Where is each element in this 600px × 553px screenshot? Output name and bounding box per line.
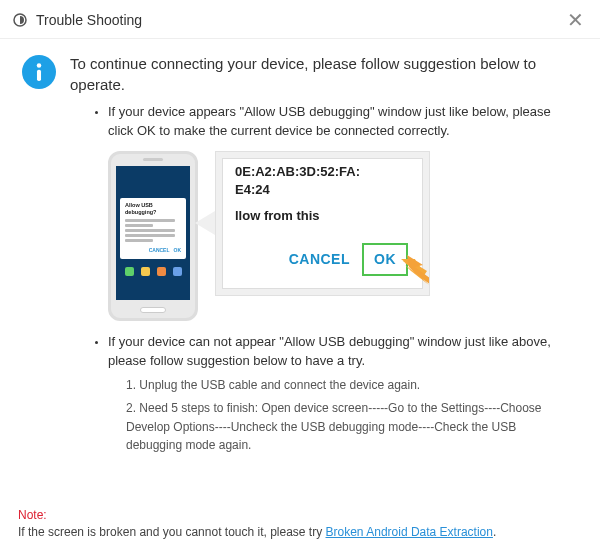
substeps: 1. Unplug the USB cable and connect the … bbox=[126, 376, 568, 454]
content: To continue connecting your device, plea… bbox=[0, 39, 600, 455]
zoom-actions: CANCEL OK bbox=[289, 243, 408, 275]
list-item: If your device appears "Allow USB debugg… bbox=[108, 103, 568, 321]
svg-point-1 bbox=[37, 63, 42, 68]
zoom-allow-from: llow from this bbox=[235, 207, 320, 226]
note-text-before: If the screen is broken and you cannot t… bbox=[18, 525, 326, 539]
instruction-1-text: If your device appears "Allow USB debugg… bbox=[108, 104, 551, 138]
instruction-list: If your device appears "Allow USB debugg… bbox=[108, 103, 568, 455]
substep-2: 2. Need 5 steps to finish: Open device s… bbox=[126, 399, 568, 455]
titlebar: Trouble Shooting ✕ bbox=[0, 0, 600, 39]
info-icon bbox=[22, 55, 56, 89]
close-icon[interactable]: ✕ bbox=[563, 8, 588, 32]
illustration: Allow USB debugging? CANCEL OK bbox=[108, 151, 568, 321]
note-label: Note: bbox=[18, 508, 47, 522]
callout-pointer bbox=[195, 211, 215, 235]
zoom-cancel-button: CANCEL bbox=[289, 249, 350, 269]
zoom-ok-button: OK bbox=[362, 243, 408, 275]
window-title: Trouble Shooting bbox=[36, 12, 563, 28]
instruction-2-text: If your device can not appear "Allow USB… bbox=[108, 334, 551, 368]
zoom-fingerprint: 0E:A2:AB:3D:52:FA: E4:24 bbox=[235, 163, 414, 199]
footer-note: Note: If the screen is broken and you ca… bbox=[18, 507, 582, 541]
app-icon bbox=[12, 12, 28, 28]
zoomed-dialog: 0E:A2:AB:3D:52:FA: E4:24 llow from this … bbox=[215, 151, 430, 296]
svg-rect-2 bbox=[37, 70, 41, 81]
intro-row: To continue connecting your device, plea… bbox=[22, 53, 578, 95]
intro-text: To continue connecting your device, plea… bbox=[70, 53, 578, 95]
list-item: If your device can not appear "Allow USB… bbox=[108, 333, 568, 455]
note-text-after: . bbox=[493, 525, 496, 539]
phone-dialog: Allow USB debugging? CANCEL OK bbox=[120, 198, 186, 260]
substep-1: 1. Unplug the USB cable and connect the … bbox=[126, 376, 568, 395]
phone-dialog-title: Allow USB debugging? bbox=[125, 202, 181, 216]
phone-cancel: CANCEL bbox=[149, 247, 170, 254]
phone-ok: OK bbox=[174, 247, 182, 254]
phone-mockup: Allow USB debugging? CANCEL OK bbox=[108, 151, 198, 321]
broken-android-link[interactable]: Broken Android Data Extraction bbox=[326, 525, 493, 539]
